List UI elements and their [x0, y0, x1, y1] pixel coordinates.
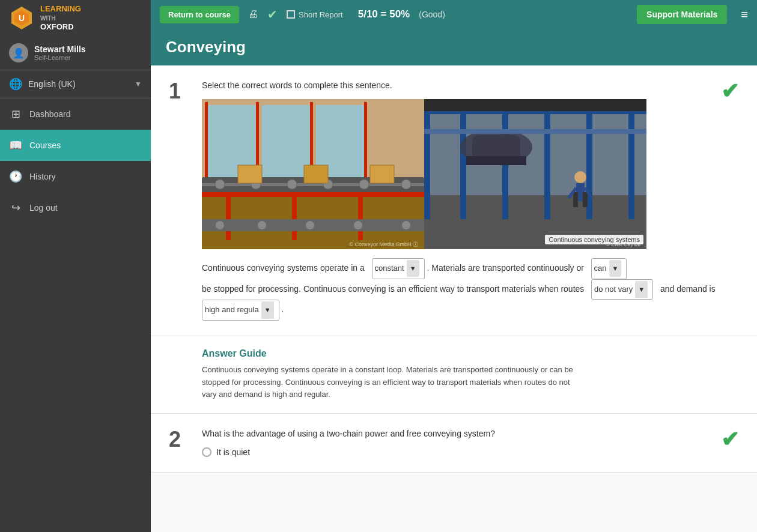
conveyor-scene-right: © East Capital — [424, 99, 646, 249]
question-2-text: What is the advantage of using a two-cha… — [202, 429, 739, 438]
question-1-content: Select the correct words to complete thi… — [202, 80, 739, 321]
short-report-checkbox[interactable] — [287, 10, 295, 19]
language-label: English (UK) — [28, 79, 129, 89]
user-name: Stewart Mills — [34, 44, 86, 54]
chevron-down-icon: ▼ — [135, 80, 142, 88]
dashboard-icon: ⊞ — [9, 107, 22, 121]
svg-point-47 — [574, 171, 586, 183]
sidebar-item-label: Courses — [29, 141, 61, 150]
dropdown-3[interactable]: do not vary ▼ — [591, 279, 653, 300]
dropdown-4-arrow: ▼ — [261, 301, 274, 318]
dropdown-1[interactable]: constant ▼ — [372, 258, 425, 279]
radio-circle-1[interactable] — [202, 447, 211, 457]
language-selector[interactable]: 🌐 English (UK) ▼ — [0, 70, 151, 98]
page-header: Conveying — [151, 29, 757, 65]
svg-point-32 — [402, 221, 410, 229]
svg-rect-39 — [544, 111, 550, 219]
avatar: 👤 — [9, 43, 28, 62]
svg-rect-26 — [358, 192, 363, 240]
answer-guide: Answer Guide Continuous conveying system… — [151, 336, 757, 414]
question-2-content: What is the advantage of using a two-cha… — [202, 429, 739, 457]
topbar: Return to course 🖨 ✔ Short Report 5/10 =… — [151, 0, 757, 29]
hamburger-menu-icon[interactable]: ≡ — [741, 8, 748, 22]
sentence-text-2: . Materials are transported continuously… — [427, 263, 583, 273]
sidebar-item-logout[interactable]: ↪ Log out — [0, 192, 151, 223]
svg-rect-21 — [304, 165, 328, 183]
courses-icon: 📖 — [9, 139, 22, 152]
main-content: Return to course 🖨 ✔ Short Report 5/10 =… — [151, 0, 757, 532]
sidebar-item-label: Log out — [29, 203, 58, 213]
sidebar-item-label: Dashboard — [29, 109, 71, 119]
question-1-block: 1 Select the correct words to complete t… — [151, 65, 757, 336]
oxford-logo-icon: U — [9, 5, 34, 31]
score-label: (Good) — [419, 10, 445, 19]
sidebar-item-label: History — [29, 172, 56, 181]
radio-option-1[interactable]: It is quiet — [202, 447, 739, 457]
svg-rect-41 — [628, 111, 634, 219]
svg-rect-13 — [202, 183, 424, 186]
correct-indicator-2: ✔ — [721, 427, 739, 452]
svg-point-14 — [215, 180, 225, 189]
content-area: 1 Select the correct words to complete t… — [151, 65, 757, 532]
svg-rect-24 — [226, 192, 231, 240]
dropdown-4[interactable]: high and regula ▼ — [202, 300, 279, 321]
logo-text: LEARNING WITH OXFORD — [40, 4, 81, 32]
return-to-course-button[interactable]: Return to course — [160, 6, 239, 23]
dropdown-2[interactable]: can ▼ — [591, 258, 627, 279]
logo-area: U LEARNING WITH OXFORD — [0, 0, 151, 36]
sidebar-item-history[interactable]: 🕐 History — [0, 161, 151, 192]
sidebar-item-dashboard[interactable]: ⊞ Dashboard — [0, 98, 151, 130]
svg-point-16 — [287, 180, 297, 189]
globe-icon: 🌐 — [9, 77, 22, 91]
page-title: Conveying — [166, 38, 742, 56]
dropdown-3-arrow: ▼ — [635, 281, 648, 298]
conveyor-scene-left: © Conveyor Media GmbH ⓘ — [202, 99, 424, 249]
svg-rect-11 — [364, 102, 367, 186]
svg-rect-20 — [238, 165, 262, 183]
svg-point-18 — [359, 180, 369, 189]
sentence-text-3: be stopped for processing. Continuous co… — [202, 284, 584, 294]
sentence-area: Continuous conveying systems operate in … — [202, 258, 739, 321]
sentence-text-5: . — [281, 304, 284, 314]
sidebar: U LEARNING WITH OXFORD 👤 Stewart Mills S… — [0, 0, 151, 532]
user-info: Stewart Mills Self-Learner — [34, 44, 86, 61]
user-role: Self-Learner — [34, 54, 86, 61]
short-report-area: Short Report — [287, 10, 343, 19]
history-icon: 🕐 — [9, 170, 22, 183]
sidebar-item-courses[interactable]: 📖 Courses — [0, 130, 151, 161]
score-display: 5/10 = 50% — [358, 8, 410, 20]
radio-option-1-label: It is quiet — [216, 447, 250, 457]
svg-rect-53 — [424, 129, 646, 134]
image-tooltip: Continuous conveying systems — [545, 235, 643, 244]
dropdown-2-value: can — [594, 260, 607, 277]
dropdown-4-value: high and regula — [205, 301, 259, 319]
svg-rect-36 — [424, 111, 430, 219]
question-1-number: 1 — [169, 79, 181, 104]
svg-rect-50 — [583, 192, 588, 207]
question-2-number: 2 — [169, 427, 181, 452]
conveyor-image-left: © Conveyor Media GmbH ⓘ — [202, 99, 424, 249]
dropdown-1-value: constant — [375, 260, 404, 277]
check-icon[interactable]: ✔ — [267, 7, 278, 22]
answer-guide-title: Answer Guide — [202, 348, 739, 359]
svg-rect-23 — [202, 192, 424, 197]
correct-indicator-1: ✔ — [721, 79, 739, 104]
svg-rect-43 — [424, 111, 646, 114]
svg-rect-6 — [262, 105, 310, 177]
question-1-images: © Conveyor Media GmbH ⓘ — [202, 99, 646, 249]
svg-rect-37 — [460, 111, 466, 219]
svg-rect-25 — [292, 192, 297, 240]
svg-rect-49 — [573, 192, 578, 207]
short-report-label: Short Report — [299, 10, 343, 19]
sentence-text-4: and demand is — [660, 284, 716, 294]
support-materials-button[interactable]: Support Materials — [637, 5, 727, 24]
conveyor-image-right: © East Capital Continuous conveying syst… — [424, 99, 646, 249]
dropdown-1-arrow: ▼ — [407, 260, 419, 277]
print-icon[interactable]: 🖨 — [248, 8, 258, 20]
dropdown-2-arrow: ▼ — [609, 260, 622, 277]
svg-point-31 — [354, 221, 362, 229]
question-1-text: Select the correct words to complete thi… — [202, 80, 739, 90]
logout-icon: ↪ — [9, 201, 22, 214]
svg-point-30 — [306, 221, 314, 229]
svg-rect-22 — [370, 165, 394, 183]
